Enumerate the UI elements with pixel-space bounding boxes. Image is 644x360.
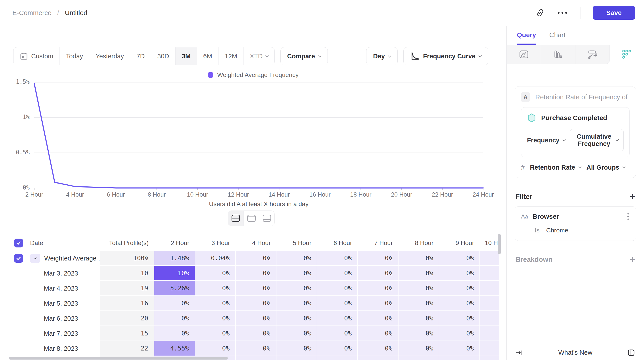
retention-value-cell[interactable]: 0% (317, 326, 358, 341)
report-type-insights[interactable] (507, 45, 541, 64)
breadcrumb-report-name[interactable]: Untitled (65, 9, 87, 16)
retention-value-cell[interactable]: 0% (195, 341, 236, 356)
copy-link-icon[interactable] (534, 7, 546, 19)
row-label[interactable]: Mar 6, 2023 (26, 311, 100, 326)
filter-kebab-menu[interactable] (626, 212, 630, 221)
query-step-header[interactable]: A Retention Rate of Frequency of P... (521, 92, 630, 102)
checkbox-checked[interactable] (14, 254, 23, 263)
whats-new-link[interactable]: What's New (526, 349, 625, 356)
retention-value-cell[interactable]: 4.55% (154, 341, 195, 356)
retention-value-cell[interactable] (480, 251, 499, 266)
filter-operator[interactable]: Is (535, 227, 540, 234)
retention-value-cell[interactable]: 0% (276, 251, 317, 266)
retention-value-cell[interactable]: 0% (439, 341, 480, 356)
retention-value-cell[interactable]: 0% (439, 326, 480, 341)
retention-value-cell[interactable]: 0% (195, 311, 236, 326)
horizontal-scrollbar[interactable] (9, 357, 228, 360)
retention-value-cell[interactable]: 0% (276, 266, 317, 281)
add-filter-button[interactable]: + (630, 192, 635, 202)
retention-value-cell[interactable] (480, 311, 499, 326)
retention-value-cell[interactable]: 0% (358, 341, 398, 356)
checkbox-checked[interactable] (14, 238, 23, 248)
retention-value-cell[interactable] (480, 266, 499, 281)
retention-value-cell[interactable]: 0% (398, 341, 439, 356)
frequency-dropdown[interactable]: Frequency (527, 137, 566, 144)
retention-value-cell[interactable]: 0% (317, 281, 358, 296)
retention-value-cell[interactable]: 0% (236, 251, 276, 266)
retention-value-cell[interactable]: 0% (358, 296, 398, 311)
retention-value-cell[interactable]: 0% (236, 311, 276, 326)
retention-value-cell[interactable]: 0% (439, 281, 480, 296)
side-panel-icon[interactable] (625, 346, 637, 359)
retention-value-cell[interactable]: 0% (195, 266, 236, 281)
retention-value-cell[interactable]: 0% (358, 281, 398, 296)
tab-chart[interactable]: Chart (549, 31, 566, 45)
report-type-retention[interactable] (610, 45, 644, 64)
filter-value[interactable]: Chrome (546, 227, 568, 234)
retention-value-cell[interactable]: 0% (358, 311, 398, 326)
table-only-view-button[interactable] (259, 211, 274, 226)
retention-value-cell[interactable]: 0% (398, 296, 439, 311)
event-selector[interactable]: Purchase Completed (527, 113, 624, 122)
retention-value-cell[interactable]: 0% (439, 311, 480, 326)
row-label[interactable]: Mar 5, 2023 (26, 296, 100, 311)
groups-dropdown[interactable]: All Groups (586, 164, 625, 171)
retention-value-cell[interactable]: 0.04% (195, 251, 236, 266)
row-label[interactable]: Mar 7, 2023 (26, 326, 100, 341)
retention-value-cell[interactable]: 0% (398, 251, 439, 266)
retention-value-cell[interactable] (480, 341, 499, 356)
retention-value-cell[interactable]: 0% (236, 266, 276, 281)
retention-value-cell[interactable]: 0% (195, 296, 236, 311)
chart-only-view-button[interactable] (244, 211, 259, 226)
retention-value-cell[interactable] (480, 326, 499, 341)
split-view-button[interactable] (228, 211, 244, 226)
frequency-type-dropdown[interactable]: Cumulative Frequency (570, 129, 624, 151)
breadcrumb-project[interactable]: E-Commerce (12, 9, 52, 16)
retention-value-cell[interactable]: 0% (154, 326, 195, 341)
retention-value-cell[interactable]: 0% (236, 341, 276, 356)
retention-value-cell[interactable]: 5.26% (154, 281, 195, 296)
tab-query[interactable]: Query (517, 31, 536, 45)
retention-value-cell[interactable]: 0% (398, 266, 439, 281)
row-label[interactable]: Mar 3, 2023 (26, 266, 100, 281)
retention-value-cell[interactable]: 0% (358, 326, 398, 341)
retention-value-cell[interactable]: 0% (398, 311, 439, 326)
retention-value-cell[interactable]: 0% (276, 341, 317, 356)
retention-value-cell[interactable]: 0% (154, 311, 195, 326)
retention-value-cell[interactable]: 0% (317, 341, 358, 356)
retention-value-cell[interactable]: 0% (236, 296, 276, 311)
more-menu-button[interactable] (556, 7, 568, 19)
retention-value-cell[interactable]: 0% (195, 326, 236, 341)
retention-value-cell[interactable]: 0% (439, 266, 480, 281)
retention-value-cell[interactable]: 0% (398, 326, 439, 341)
retention-value-cell[interactable]: 1.48% (154, 251, 195, 266)
report-type-funnels[interactable] (541, 45, 575, 64)
retention-value-cell[interactable]: 0% (439, 251, 480, 266)
retention-value-cell[interactable]: 0% (195, 281, 236, 296)
retention-value-cell[interactable]: 0% (398, 281, 439, 296)
row-expander-chevron[interactable] (30, 254, 40, 263)
row-label[interactable]: Weighted Average ... (26, 251, 100, 266)
retention-value-cell[interactable]: 0% (317, 296, 358, 311)
retention-value-cell[interactable]: 0% (236, 281, 276, 296)
retention-value-cell[interactable]: 0% (358, 251, 398, 266)
retention-value-cell[interactable]: 0% (276, 326, 317, 341)
retention-value-cell[interactable]: 0% (317, 251, 358, 266)
retention-value-cell[interactable]: 0% (276, 311, 317, 326)
report-type-flows[interactable] (576, 45, 610, 64)
retention-value-cell[interactable] (480, 281, 499, 296)
retention-value-cell[interactable]: 0% (358, 266, 398, 281)
add-breakdown-button[interactable]: + (630, 255, 635, 264)
retention-value-cell[interactable] (480, 296, 499, 311)
retention-value-cell[interactable]: 0% (276, 296, 317, 311)
retention-value-cell[interactable]: 0% (154, 296, 195, 311)
retention-value-cell[interactable]: 0% (317, 266, 358, 281)
vertical-scrollbar[interactable] (498, 234, 501, 254)
retention-value-cell[interactable]: 0% (276, 281, 317, 296)
collapse-panel-icon[interactable] (513, 346, 526, 359)
retention-value-cell[interactable]: 0% (236, 326, 276, 341)
save-button[interactable]: Save (593, 6, 635, 20)
retention-value-cell[interactable]: 0% (439, 296, 480, 311)
row-label[interactable]: Mar 4, 2023 (26, 281, 100, 296)
filter-property[interactable]: Browser (532, 213, 622, 220)
